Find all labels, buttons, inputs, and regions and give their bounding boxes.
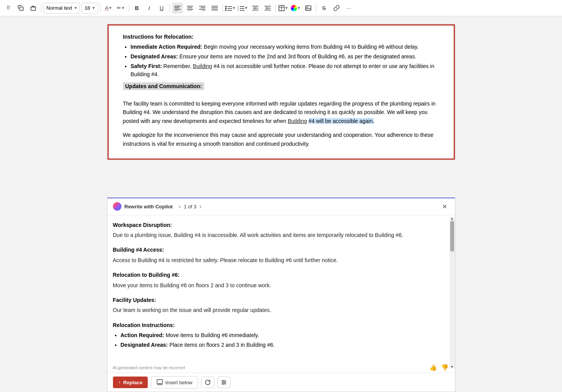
link-btn[interactable] <box>331 3 342 14</box>
updates-paragraph: The facility team is committed to keepin… <box>123 99 439 125</box>
svg-point-18 <box>225 6 227 7</box>
align-right-btn[interactable] <box>197 3 208 14</box>
svg-point-22 <box>225 10 227 11</box>
copilot-page-indicator: 1 of 3 <box>184 204 196 210</box>
bullet-list-btn[interactable]: ▼ <box>225 3 236 14</box>
insert-below-btn[interactable]: Insert below <box>151 376 198 389</box>
style-selector[interactable]: Normal text ▼ <box>44 3 80 14</box>
style-selector-chevron: ▼ <box>73 6 77 10</box>
scroll-down-arrow[interactable]: ▼ <box>450 365 454 368</box>
svg-text:3.: 3. <box>237 9 239 11</box>
bullet-immediate: Immediate Action Required: Begin moving … <box>131 43 439 51</box>
thumbs-up-btn[interactable]: 👍 <box>429 363 438 372</box>
copilot-section-3-title: Relocation to Building #6: <box>113 271 447 279</box>
font-size-selector[interactable]: 18 ▼ <box>82 3 98 14</box>
updates-section-heading: Updates and Communication: <box>123 82 439 95</box>
scroll-up-arrow[interactable]: ▲ <box>450 217 454 220</box>
bold-btn[interactable]: B <box>132 3 142 14</box>
align-left-btn[interactable] <box>172 3 183 14</box>
toolbar-divider-2 <box>101 4 101 12</box>
strikethrough-btn[interactable]: S <box>319 3 330 14</box>
copilot-section-2: Building #4 Access: Access to Building #… <box>113 245 447 264</box>
copilot-disclaimer-text: AI-generated content may be incorrect <box>113 365 429 370</box>
svg-point-48 <box>223 383 224 385</box>
settings-btn[interactable] <box>217 377 231 388</box>
increase-indent-btn[interactable] <box>262 3 273 14</box>
svg-rect-0 <box>20 7 23 10</box>
copilot-content: Workspace Disruption: Due to a plumbing … <box>108 215 455 361</box>
toolbar-divider-4 <box>169 4 170 12</box>
settings-icon <box>221 379 227 385</box>
italic-btn[interactable]: I <box>144 3 155 14</box>
copilot-disclaimer-row: AI-generated content may be incorrect 👍 … <box>108 361 455 373</box>
regenerate-btn[interactable] <box>201 377 214 388</box>
thumbs-down-btn[interactable]: 👎 <box>440 363 449 372</box>
toolbar-divider-1 <box>41 4 41 12</box>
copilot-action-footer: ↑ Replace Insert below <box>108 373 455 392</box>
copilot-section-3-text: Move your items to Building #6 on floors… <box>113 281 447 290</box>
drag-handle-btn[interactable]: ⠿ <box>3 3 14 14</box>
style-selector-text: Normal text <box>46 5 72 11</box>
bullet-designated: Designated Areas: Ensure your items are … <box>131 53 439 61</box>
apology-paragraph: We apologize for the inconvenience this … <box>123 131 439 148</box>
copilot-header: Rewrite with Copilot ‹ 1 of 3 › ✕ <box>108 198 455 215</box>
image-btn[interactable] <box>303 3 314 14</box>
replace-label: Replace <box>123 380 143 385</box>
underline-btn[interactable]: U <box>156 3 167 14</box>
main-content: Instructions for Relocation: Immediate A… <box>0 16 562 392</box>
svg-point-47 <box>224 382 225 383</box>
svg-point-46 <box>222 380 224 382</box>
decrease-indent-btn[interactable] <box>250 3 261 14</box>
svg-rect-1 <box>31 7 36 10</box>
insert-below-icon <box>157 379 163 385</box>
delete-btn[interactable] <box>28 3 39 14</box>
copilot-panel: Rewrite with Copilot ‹ 1 of 3 › ✕ ▲ ▼ Wo… <box>107 198 455 392</box>
copy-btn[interactable] <box>15 3 26 14</box>
svg-rect-41 <box>157 380 162 383</box>
svg-point-20 <box>225 8 227 9</box>
font-size-chevron: ▼ <box>92 6 96 10</box>
justify-btn[interactable] <box>209 3 220 14</box>
copilot-close-btn[interactable]: ✕ <box>440 202 449 211</box>
numbered-list-btn[interactable]: 1.2.3. ▼ <box>237 3 248 14</box>
document-wrap: Instructions for Relocation: Immediate A… <box>0 16 562 198</box>
align-center-btn[interactable] <box>184 3 195 14</box>
toolbar-divider-5 <box>222 4 223 12</box>
copilot-bullet-action: Action Required: Move items to Building … <box>121 331 447 339</box>
copilot-section-1: Workspace Disruption: Due to a plumbing … <box>113 221 447 240</box>
copilot-section-2-text: Access to Building #4 is restricted for … <box>113 256 447 264</box>
highlight-btn[interactable]: ✏ ▼ <box>116 3 126 14</box>
toolbar-divider-3 <box>129 4 129 12</box>
copilot-bullet-action-text: Move items to Building #6 immediately. <box>164 332 259 338</box>
copilot-next-btn[interactable]: › <box>198 203 203 210</box>
svg-rect-39 <box>306 6 311 10</box>
copilot-section-5: Relocation Instructions: Action Required… <box>113 321 447 349</box>
insert-table-btn[interactable]: ▼ <box>278 3 289 14</box>
more-btn[interactable]: ··· <box>343 3 354 14</box>
building-link-1[interactable]: Building <box>193 63 212 69</box>
color-picker-btn[interactable]: ▼ <box>290 3 301 14</box>
bullet-safety: Safety First: Remember, Building #4 is n… <box>131 62 439 78</box>
regenerate-icon <box>205 379 211 385</box>
text-color-btn[interactable]: A ▼ <box>103 3 114 14</box>
copilot-section-2-title: Building #4 Access: <box>113 245 447 254</box>
copilot-prev-btn[interactable]: ‹ <box>177 203 182 210</box>
copilot-nav: ‹ 1 of 3 › <box>177 203 203 210</box>
toolbar-divider-6 <box>275 4 276 12</box>
instructions-heading: Instructions for Relocation: <box>123 34 439 40</box>
bullet-designated-bold: Designated Areas: <box>131 53 178 60</box>
copilot-bullet-action-bold: Action Required: <box>121 332 164 338</box>
bullet-designated-text: Ensure your items are moved to the 2nd a… <box>178 53 416 60</box>
copilot-scrollbar-thumb[interactable] <box>450 221 454 252</box>
building-link-2[interactable]: Building <box>288 118 307 124</box>
updates-heading-text: Updates and Communication: <box>123 82 204 90</box>
replace-btn[interactable]: ↑ Replace <box>113 377 148 388</box>
toolbar: ⠿ Normal text ▼ 18 ▼ A ▼ ✏ ▼ B I U ▼ <box>0 0 562 16</box>
bullet-safety-text: Remember, Building #4 is not accessible … <box>131 63 434 77</box>
bullet-safety-bold: Safety First: <box>131 63 162 69</box>
replace-icon: ↑ <box>118 379 121 385</box>
svg-point-40 <box>306 7 307 8</box>
copilot-bullet-designated-bold: Designated Areas: <box>121 342 168 348</box>
copilot-logo-icon <box>113 202 121 211</box>
copilot-bullet-designated-text: Place items on floors 2 and 3 in Buildin… <box>168 342 275 348</box>
